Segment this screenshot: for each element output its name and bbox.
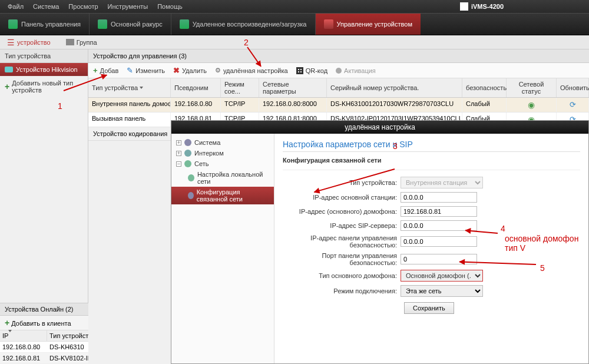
col-serial[interactable]: Серийный номер устройства. xyxy=(327,78,462,97)
sort-icon xyxy=(8,330,12,339)
status-ok-icon: ◉ xyxy=(528,100,535,110)
app-icon xyxy=(460,2,468,11)
btn-qr[interactable]: QR-код xyxy=(296,67,327,74)
lbl-sec-ip: IP-адрес панели управления безопасностью… xyxy=(283,234,401,249)
input-sec-ip[interactable] xyxy=(401,236,477,247)
tab-label: Панель управления xyxy=(21,21,81,28)
main-area: Тип устройства Устройство Hikvision +Доб… xyxy=(0,49,589,364)
sidebar-item-label: Устройство Hikvision xyxy=(16,66,78,73)
device-toolbar: +Добав ✎Изменить ✖Удалить ⚙удалённая нас… xyxy=(88,63,589,78)
lbl-door-ip: IP-адрес (основного) домофона: xyxy=(283,208,401,215)
col-refresh[interactable]: Обновить xyxy=(557,78,589,97)
subtab-bar: ☰устройство Группа xyxy=(0,35,589,49)
tab-main-view[interactable]: Основной ракурс xyxy=(90,14,171,35)
menu-file[interactable]: Файл xyxy=(3,1,28,12)
lbl-main-type: Тип основного домофона: xyxy=(283,272,401,279)
lbl-sip-ip: IP-адрес SIP-сервера: xyxy=(283,222,401,229)
camera-icon xyxy=(5,67,13,72)
tab-label: Управление устройством xyxy=(337,21,412,28)
tab-device-mgmt[interactable]: Управление устройством xyxy=(316,14,421,35)
globe-icon xyxy=(184,160,191,167)
content-header: Устройство для управления (3) xyxy=(88,49,589,63)
tab-control-panel[interactable]: Панель управления xyxy=(0,14,90,35)
tree-label: Интерком xyxy=(194,150,224,157)
expand-icon[interactable]: + xyxy=(176,151,181,156)
tab-label: Удаленное воспроизведение/загрузка xyxy=(193,21,307,28)
select-main-type[interactable]: Основной домофон (... xyxy=(401,270,483,282)
menu-system[interactable]: Система xyxy=(28,1,64,12)
col-label: Тип устройства xyxy=(92,84,138,91)
cell-status: ◉ xyxy=(507,98,557,112)
btn-remote-config[interactable]: ⚙удалённая настройка xyxy=(215,67,288,74)
content: Устройство для управления (3) +Добав ✎Из… xyxy=(88,49,589,364)
annotation-2: 2 xyxy=(244,38,249,47)
delete-icon: ✖ xyxy=(173,66,180,75)
folder-icon xyxy=(66,39,74,45)
col-ip[interactable]: IP xyxy=(0,330,47,341)
tree-label: Система xyxy=(194,139,220,146)
col-status[interactable]: Сетевой статус xyxy=(507,78,557,97)
playback-icon xyxy=(180,19,189,29)
refresh-icon: ⟳ xyxy=(570,100,576,109)
btn-label: удалённая настройка xyxy=(223,67,288,74)
expand-icon[interactable]: + xyxy=(176,140,181,145)
cell-serial: DS-KH6310012017030WR729870703CLU xyxy=(327,98,462,112)
qr-icon xyxy=(296,67,303,74)
select-mode[interactable]: Эта же сеть xyxy=(401,285,483,297)
collapse-icon[interactable]: − xyxy=(176,161,181,167)
cell-alias: 192.168.0.80 xyxy=(171,98,221,112)
cell-security: Слабый xyxy=(462,98,507,112)
tree-intercom[interactable]: +Интерком xyxy=(171,148,274,158)
menu-view[interactable]: Просмотр xyxy=(64,1,102,12)
tree-network[interactable]: −Сеть xyxy=(171,158,274,169)
input-main-ip[interactable] xyxy=(401,192,477,203)
device-row[interactable]: Внутренняя панель домофона 192.168.0.80 … xyxy=(88,98,589,112)
subtab-group[interactable]: Группа xyxy=(62,37,101,48)
sidebar-header: Тип устройства xyxy=(0,49,88,63)
col-conn[interactable]: Режим сое... xyxy=(221,78,259,97)
lbl-main-ip: IP-адрес основной станции: xyxy=(283,194,401,201)
col-label: IP xyxy=(2,332,8,339)
tree-local-net[interactable]: Настройка локальной сети xyxy=(171,169,274,187)
cell-conn: TCP/IP xyxy=(221,98,259,112)
monitor-icon xyxy=(98,19,107,29)
app-title: iVMS-4200 xyxy=(460,2,586,11)
tree-label: Конфигурация связанной сети xyxy=(197,188,270,203)
remote-title: удалённая настройка xyxy=(171,121,588,134)
col-alias[interactable]: Псевдоним xyxy=(171,78,221,97)
lbl-sec-port: Порт панели управления безопасностью: xyxy=(283,252,401,266)
btn-label: Удалить xyxy=(182,67,207,74)
online-ip: 192.168.0.81 xyxy=(0,353,47,363)
input-sec-port[interactable] xyxy=(401,254,477,264)
plus-icon: + xyxy=(93,66,98,75)
cell-refresh[interactable]: ⟳ xyxy=(557,98,589,112)
net-icon xyxy=(188,174,194,181)
online-add-label: Добавить в клиента xyxy=(11,320,71,327)
col-security[interactable]: безопасность xyxy=(462,78,507,97)
tab-playback[interactable]: Удаленное воспроизведение/загрузка xyxy=(171,14,316,35)
activate-icon xyxy=(336,68,342,74)
menu-help[interactable]: Помощь xyxy=(153,1,187,12)
btn-edit[interactable]: ✎Изменить xyxy=(127,66,165,75)
btn-delete[interactable]: ✖Удалить xyxy=(173,66,207,75)
subtab-label: устройство xyxy=(17,39,51,46)
server-icon: ☰ xyxy=(7,38,15,47)
main-toolbar: Панель управления Основной ракурс Удален… xyxy=(0,13,589,35)
tree-system[interactable]: +Система xyxy=(171,137,274,148)
online-add-client[interactable]: + Добавить в клиента xyxy=(5,318,71,327)
sidebar-item-hikvision[interactable]: Устройство Hikvision xyxy=(0,63,88,77)
col-net[interactable]: Сетевые параметры xyxy=(259,78,327,97)
col-device-type[interactable]: Тип устройства xyxy=(88,78,171,97)
menu-tools[interactable]: Инструменты xyxy=(103,1,153,12)
btn-label: Изменить xyxy=(135,67,165,74)
input-door-ip[interactable] xyxy=(401,206,477,217)
annotation-note: основной домофон тип V xyxy=(505,234,589,253)
subtab-device[interactable]: ☰устройство xyxy=(4,36,54,49)
btn-save[interactable]: Сохранить xyxy=(404,302,454,314)
online-ip: 192.168.0.80 xyxy=(0,342,47,352)
tree-linked-net[interactable]: Конфигурация связанной сети xyxy=(171,187,274,204)
btn-activate[interactable]: Активация xyxy=(336,67,376,74)
sort-icon xyxy=(140,87,143,89)
btn-label: QR-код xyxy=(306,67,327,74)
device-icon xyxy=(324,19,333,29)
